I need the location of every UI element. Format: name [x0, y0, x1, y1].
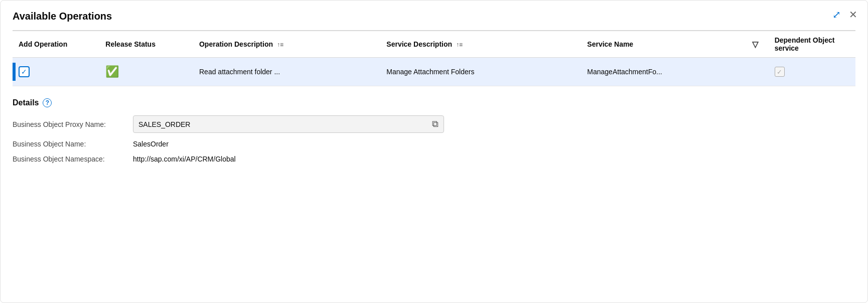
- filter-icon[interactable]: ▽: [752, 40, 758, 49]
- cell-filter-spacer: [742, 58, 768, 86]
- top-icons: ⤢ ✕: [832, 9, 857, 21]
- cell-add: ✓: [13, 58, 99, 86]
- col-header-opdesc: Operation Description ↑≡: [193, 31, 380, 58]
- cell-svcdesc: Manage Attachment Folders: [380, 58, 581, 86]
- operations-table: Add Operation Release Status Operation D…: [13, 31, 855, 86]
- cell-dep: ✓: [769, 58, 855, 86]
- main-container: ⤢ ✕ Available Operations Add Operation R…: [0, 0, 868, 303]
- cell-svcname: ManageAttachmentFo...: [581, 58, 742, 86]
- page-title: Available Operations: [13, 11, 855, 22]
- boname-label: Business Object Name:: [13, 140, 133, 148]
- col-header-add: Add Operation: [13, 31, 99, 58]
- namespace-label: Business Object Namespace:: [13, 155, 133, 163]
- col-header-release: Release Status: [99, 31, 193, 58]
- proxy-value: SALES_ORDER: [138, 120, 190, 128]
- col-header-dep: Dependent Object service: [769, 31, 855, 58]
- close-icon[interactable]: ✕: [849, 9, 857, 21]
- selection-bar: [13, 63, 16, 81]
- namespace-value: http://sap.com/xi/AP/CRM/Global: [133, 155, 236, 163]
- add-checkbox[interactable]: ✓: [19, 66, 30, 77]
- expand-icon[interactable]: ⤢: [832, 9, 841, 21]
- boname-value: SalesOrder: [133, 140, 169, 148]
- detail-row-namespace: Business Object Namespace: http://sap.co…: [13, 155, 855, 163]
- help-icon[interactable]: ?: [43, 98, 52, 107]
- release-status-icon: ✅: [105, 65, 119, 78]
- col-header-filter[interactable]: ▽: [742, 31, 768, 58]
- add-checkbox-cell: ✓: [13, 63, 93, 81]
- copy-icon[interactable]: ⧉: [432, 119, 439, 129]
- details-title-text: Details: [13, 98, 39, 107]
- service-name-value: ManageAttachmentFo...: [587, 68, 662, 76]
- proxy-label: Business Object Proxy Name:: [13, 120, 133, 128]
- dependent-checkbox[interactable]: ✓: [775, 67, 785, 77]
- opdesc-sort-icon[interactable]: ↑≡: [277, 41, 283, 48]
- cell-opdesc: Read attachment folder ...: [193, 58, 380, 86]
- service-description-value: Manage Attachment Folders: [386, 68, 474, 76]
- detail-row-proxy: Business Object Proxy Name: SALES_ORDER …: [13, 115, 855, 133]
- col-header-svcname: Service Name: [581, 31, 742, 58]
- details-title: Details ?: [13, 98, 855, 107]
- svcdesc-sort-icon[interactable]: ↑≡: [456, 41, 463, 48]
- proxy-input-wrapper: SALES_ORDER ⧉: [133, 115, 444, 133]
- operations-table-wrapper: Add Operation Release Status Operation D…: [13, 31, 855, 86]
- cell-release: ✅: [99, 58, 193, 86]
- col-header-svcdesc: Service Description ↑≡: [380, 31, 581, 58]
- operation-description-value: Read attachment folder ...: [199, 68, 280, 76]
- table-row[interactable]: ✓ ✅ Read attachment folder ... Manage At…: [13, 58, 855, 86]
- table-header-row: Add Operation Release Status Operation D…: [13, 31, 855, 58]
- details-section: Details ? Business Object Proxy Name: SA…: [13, 98, 855, 163]
- detail-row-boname: Business Object Name: SalesOrder: [13, 140, 855, 148]
